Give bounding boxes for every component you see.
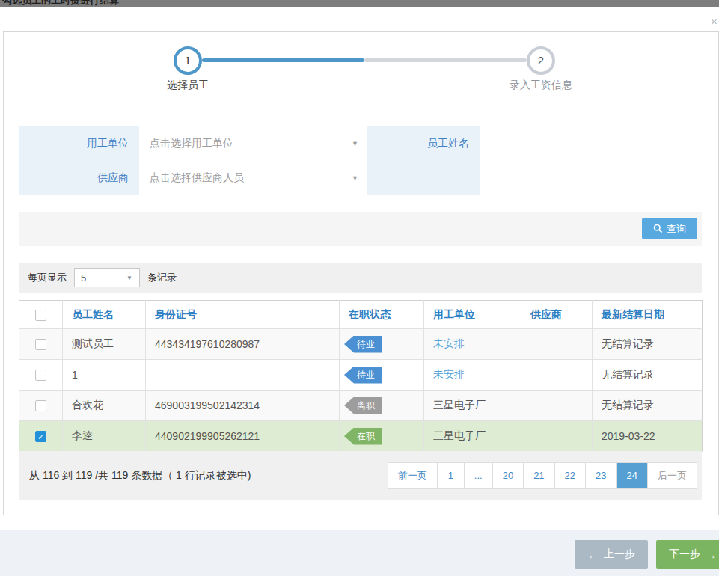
column-header-name: 员工姓名 [63, 301, 146, 329]
supplier-label: 供应商 [19, 161, 139, 195]
window-title-clipped: 勾选员工的工时费进行结算 [0, 0, 719, 7]
cell-employer: 三星电子厂 [424, 421, 521, 452]
column-header-employer: 用工单位 [424, 301, 521, 329]
column-header-supplier: 供应商 [521, 301, 593, 329]
employer-link[interactable]: 未安排 [433, 337, 465, 349]
status-badge: 离职 [344, 397, 382, 414]
employer-placeholder: 点击选择用工单位 [150, 137, 233, 150]
table-row-selected[interactable]: ✓ 李逵 440902199905262121 在职 三星电子厂 2019-03… [19, 421, 703, 452]
cell-name: 测试员工 [63, 329, 146, 360]
cell-supplier [521, 421, 593, 452]
pagination-info: 从 116 到 119 /共 119 条数据（ 1 行记录被选中) [29, 451, 251, 500]
cell-name: 李逵 [63, 421, 146, 452]
row-checkbox[interactable] [35, 370, 46, 381]
cell-supplier [521, 391, 593, 421]
employer-label: 用工单位 [19, 126, 139, 161]
search-button[interactable]: 查询 [642, 218, 697, 239]
previous-step-button[interactable]: ← 上一步 [575, 540, 648, 569]
chevron-down-icon: ▼ [352, 174, 358, 182]
row-checkbox-checked[interactable]: ✓ [35, 431, 46, 442]
employee-name-input[interactable] [480, 126, 702, 161]
cell-name: 合欢花 [63, 391, 146, 421]
step-2-circle[interactable]: 2 [527, 46, 555, 75]
page-ellipsis[interactable]: ... [465, 463, 493, 488]
select-all-checkbox[interactable] [35, 310, 46, 321]
page-size-suffix: 条记录 [147, 271, 177, 284]
close-icon[interactable]: × [711, 15, 718, 28]
wizard-panel: 1 2 选择员工 录入工资信息 用工单位 点击选择用工单位 ▼ 员工姓名 供应商… [3, 31, 719, 515]
wizard-footer: ← 上一步 下一步 → [0, 530, 719, 576]
chevron-down-icon: ▼ [126, 275, 132, 281]
arrow-left-icon: ← [587, 548, 599, 561]
page-next-button[interactable]: 后一页 [648, 463, 697, 488]
cell-id-number: 440902199905262121 [146, 421, 340, 452]
search-button-label: 查询 [667, 222, 686, 236]
page-size-value: 5 [81, 272, 86, 284]
row-checkbox[interactable] [35, 339, 46, 350]
arrow-right-icon: → [706, 548, 717, 561]
page-size-prefix: 每页显示 [28, 271, 67, 284]
wizard-dialog: 勾选员工的工时费进行结算 × 1 2 选择员工 录入工资信息 用工单位 点击选择… [0, 0, 719, 588]
cell-last-settlement: 无结算记录 [593, 329, 703, 360]
employer-select[interactable]: 点击选择用工单位 ▼ [139, 126, 367, 161]
stepper-progress-remaining [364, 58, 527, 62]
table-row[interactable]: 1 待业 未安排 无结算记录 [19, 360, 703, 391]
status-badge: 待业 [344, 336, 382, 353]
page-size-select[interactable]: 5 ▼ [74, 268, 140, 287]
cell-employer: 三星电子厂 [424, 391, 521, 421]
search-icon [653, 224, 663, 233]
empty-form-label [367, 161, 480, 195]
page-button-24-active[interactable]: 24 [617, 463, 648, 488]
previous-step-label: 上一步 [604, 548, 635, 561]
cell-last-settlement: 无结算记录 [593, 360, 703, 391]
window-title-bar: 勾选员工的工时费进行结算 [0, 0, 719, 7]
status-badge: 在职 [344, 428, 382, 445]
stepper-progress-done [202, 58, 364, 62]
cell-last-settlement: 无结算记录 [593, 391, 703, 421]
supplier-placeholder: 点击选择供应商人员 [150, 171, 244, 185]
cell-id-number [146, 360, 340, 391]
cell-supplier [521, 329, 593, 360]
page-button-23[interactable]: 23 [586, 463, 616, 488]
step-1-label: 选择员工 [135, 79, 240, 92]
cell-supplier [521, 360, 593, 391]
section-divider [19, 117, 702, 117]
pager: 前一页 1 ... 20 21 22 23 24 后一页 [388, 462, 697, 489]
status-badge: 待业 [344, 367, 382, 384]
cell-name: 1 [63, 360, 146, 391]
next-step-label: 下一步 [669, 548, 700, 561]
row-checkbox[interactable] [35, 400, 46, 411]
table-row[interactable]: 合欢花 469003199502142314 离职 三星电子厂 无结算记录 [19, 391, 703, 421]
column-header-id-number: 身份证号 [146, 301, 340, 329]
query-toolbar [19, 212, 702, 246]
cell-last-settlement: 2019-03-22 [593, 421, 703, 452]
employee-name-label: 员工姓名 [367, 126, 480, 161]
step-2-label: 录入工资信息 [489, 79, 593, 92]
column-header-last-settlement: 最新结算日期 [593, 301, 703, 329]
supplier-select[interactable]: 点击选择供应商人员 ▼ [139, 161, 367, 195]
table-header-row: 员工姓名 身份证号 在职状态 用工单位 供应商 最新结算日期 [19, 301, 703, 329]
employee-table: 员工姓名 身份证号 在职状态 用工单位 供应商 最新结算日期 测试员工 4434… [19, 300, 703, 452]
table-row[interactable]: 测试员工 443434197610280987 待业 未安排 无结算记录 [19, 329, 703, 360]
page-size-row: 每页显示 5 ▼ 条记录 [19, 263, 702, 293]
chevron-down-icon: ▼ [352, 140, 358, 147]
employer-link[interactable]: 未安排 [433, 368, 465, 380]
column-header-status: 在职状态 [340, 301, 424, 329]
cell-id-number: 469003199502142314 [146, 391, 340, 421]
pagination-band: 从 116 到 119 /共 119 条数据（ 1 行记录被选中) 前一页 1 … [19, 451, 702, 500]
step-1-circle[interactable]: 1 [174, 46, 202, 75]
next-step-button[interactable]: 下一步 → [656, 540, 719, 569]
page-prev-button[interactable]: 前一页 [388, 463, 438, 488]
empty-form-field [480, 161, 702, 195]
page-button-20[interactable]: 20 [493, 463, 524, 488]
page-button-21[interactable]: 21 [524, 463, 554, 488]
page-button-1[interactable]: 1 [438, 463, 465, 488]
page-button-22[interactable]: 22 [555, 463, 586, 488]
cell-id-number: 443434197610280987 [146, 329, 340, 360]
